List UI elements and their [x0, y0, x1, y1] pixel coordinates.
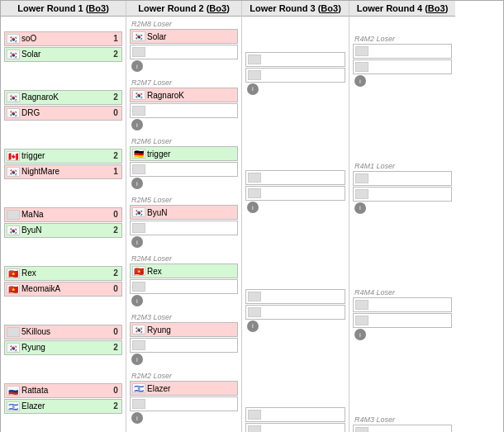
- table-row: [130, 162, 238, 177]
- player-name: MeomaikA: [21, 284, 110, 293]
- info-button[interactable]: i: [131, 236, 143, 248]
- info-button[interactable]: i: [247, 320, 259, 332]
- player-name: DRG: [21, 108, 110, 117]
- flag-empty: [355, 62, 368, 72]
- flag-vn: [132, 266, 145, 276]
- info-button[interactable]: i: [131, 412, 143, 424]
- r4-match-3: R4M4 Loser i: [353, 288, 452, 340]
- table-row: [353, 44, 452, 59]
- flag-kr: [7, 225, 20, 235]
- player-score: 2: [110, 343, 121, 352]
- flag-empty: [248, 70, 261, 80]
- round-3-bo: Bo3: [321, 3, 338, 13]
- flag-kr: [132, 31, 145, 41]
- table-row: RagnaroK 2: [4, 90, 122, 105]
- r2-match-1: R2M8 Loser Solar i: [130, 20, 238, 72]
- flag-empty: [248, 188, 261, 198]
- r3-match-1: i: [245, 52, 345, 95]
- table-row: DRG 0: [4, 106, 122, 121]
- r2-match-2: R2M7 Loser RagnaroK i: [130, 78, 238, 131]
- flag-kr: [132, 90, 145, 100]
- round-1-bo: Bo3: [88, 3, 106, 13]
- table-row: soO 1: [4, 31, 122, 46]
- r3-match-2: i: [245, 170, 345, 213]
- player-name: MaNa: [21, 210, 110, 219]
- r1-match-4: MaNa 0 ByuN 2: [4, 207, 122, 239]
- match-label: R4M2 Loser: [353, 35, 452, 43]
- table-row: MaNa 0: [4, 207, 122, 222]
- r4-match-2: R4M1 Loser i: [353, 162, 452, 214]
- round-3-header: Lower Round 3 (Bo3): [242, 1, 349, 17]
- flag-ca: [7, 151, 20, 161]
- table-row: [353, 313, 452, 328]
- info-button[interactable]: i: [131, 295, 143, 306]
- info-button[interactable]: i: [247, 202, 259, 213]
- table-row: Rex: [130, 263, 238, 278]
- match-label: R4M1 Loser: [353, 162, 452, 170]
- round-1: Lower Round 1 (Bo3) soO 1 Solar 2 Ragna: [1, 1, 126, 432]
- player-score: 1: [110, 34, 121, 43]
- info-button[interactable]: i: [131, 60, 143, 72]
- player-name: Solar: [21, 50, 110, 59]
- table-row: [130, 221, 238, 235]
- player-score: 0: [110, 327, 121, 336]
- r4-match-4: R4M3 Loser i: [353, 415, 452, 432]
- player-name: ByuN: [147, 208, 237, 217]
- info-button[interactable]: i: [354, 329, 366, 340]
- flag-empty: [355, 189, 368, 199]
- round-4: Lower Round 4 (Bo3) R4M2 Loser i R4M1 Lo…: [349, 1, 455, 432]
- player-name: ByuN: [21, 225, 110, 235]
- info-button[interactable]: i: [131, 354, 143, 365]
- player-name: Elazer: [147, 384, 237, 393]
- table-row: ByuN 2: [4, 223, 122, 238]
- flag-empty: [355, 300, 368, 310]
- r3-match-3: i: [245, 289, 345, 332]
- flag-kr: [7, 93, 20, 102]
- info-button[interactable]: i: [354, 202, 366, 214]
- flag-empty: [132, 340, 145, 350]
- player-name: trigger: [147, 150, 237, 159]
- table-row: 5Killous 0: [4, 325, 122, 339]
- player-name: Elazer: [21, 401, 110, 411]
- player-name: Rex: [21, 268, 110, 278]
- player-score: 2: [110, 401, 121, 411]
- table-row: RagnaroK: [130, 88, 238, 102]
- info-button[interactable]: i: [354, 75, 366, 87]
- info-button[interactable]: i: [131, 178, 143, 189]
- flag-kr: [7, 167, 20, 177]
- player-name: Ryung: [21, 343, 110, 352]
- table-row: MeomaikA 0: [4, 282, 122, 297]
- flag-empty: [355, 316, 368, 325]
- table-row: Elazer 2: [4, 399, 122, 414]
- round-3-content: i i: [242, 17, 349, 432]
- table-row: [130, 338, 238, 353]
- flag-ru: [7, 386, 20, 396]
- round-2-bo: Bo3: [209, 3, 226, 13]
- round-1-content: soO 1 Solar 2 RagnaroK 2 DRG: [1, 17, 126, 432]
- flag-empty: [132, 399, 145, 409]
- table-row: [353, 171, 452, 186]
- r2-match-4: R2M5 Loser ByuN i: [130, 196, 238, 248]
- player-score: 0: [110, 108, 121, 117]
- player-name: Rex: [147, 267, 237, 276]
- table-row: [353, 59, 452, 74]
- r1-match-3: trigger 2 NightMare 1: [4, 149, 122, 180]
- info-button[interactable]: i: [131, 119, 143, 131]
- player-name: Rattata: [21, 386, 110, 395]
- table-row: Ryung: [130, 322, 238, 337]
- player-name: 5Killous: [21, 327, 110, 336]
- round-4-header: Lower Round 4 (Bo3): [349, 1, 455, 17]
- player-score: 0: [110, 210, 121, 219]
- round-2-content: R2M8 Loser Solar i R2M7 Loser RagnaroK: [126, 17, 241, 432]
- flag-kr: [7, 343, 20, 353]
- table-row: Rattata 0: [4, 383, 122, 398]
- round-3: Lower Round 3 (Bo3) i: [242, 1, 349, 432]
- player-name: RagnaroK: [21, 93, 110, 102]
- flag-vn: [7, 268, 20, 278]
- flag-vn: [7, 284, 20, 294]
- table-row: [245, 186, 345, 201]
- flag-empty: [132, 282, 145, 292]
- info-button[interactable]: i: [247, 83, 259, 95]
- flag-de: [132, 149, 145, 159]
- table-row: ByuN: [130, 205, 238, 220]
